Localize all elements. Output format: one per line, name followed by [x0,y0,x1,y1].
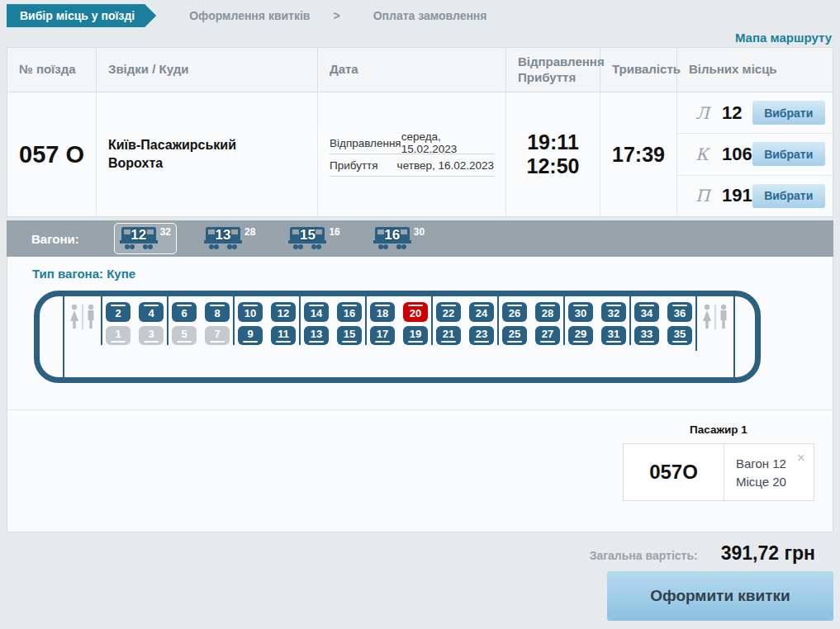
seat-classes: Л12ВибратиК106ВибратиП191Вибрати [677,92,835,216]
passenger-section: Пасажир 1 057О Вагон 12 Місце 20 × [7,410,833,532]
berth-mark [672,341,687,343]
seat-class-code: К [695,144,714,164]
seat-24[interactable]: 24 [469,302,494,322]
seat-13[interactable]: 13 [304,326,329,346]
seat-11[interactable]: 11 [271,326,296,346]
wagon-tab-12[interactable]: 1232 [114,223,177,254]
compartment: 14131615 [299,296,365,345]
vestibule-right [733,296,755,377]
select-button[interactable]: Вибрати [752,142,825,166]
berth-mark [111,305,126,306]
breadcrumb-step-payment[interactable]: Оплата замовлення [373,9,487,22]
date-cell: Відправлення середа, 15.02.2023 Прибуття… [318,92,506,216]
wagon-tab-15[interactable]: 1516 [282,223,345,254]
breadcrumb-step-checkout[interactable]: Оформлення квитків [189,9,310,22]
breadcrumb: Вибір місць у поїзді Оформлення квитків … [7,4,833,27]
seat-36[interactable]: 36 [667,302,692,322]
seat-19[interactable]: 19 [403,326,428,346]
seat-10[interactable]: 10 [238,302,263,322]
seat-12[interactable]: 12 [271,302,296,322]
compartment: 22212423 [431,296,497,345]
seat-22[interactable]: 22 [436,302,461,322]
wagon-tab-13[interactable]: 1328 [198,223,261,254]
seat-9[interactable]: 9 [238,326,263,346]
seat-33[interactable]: 33 [634,326,659,346]
berth-mark [606,305,621,306]
breadcrumb-step-seat-selection[interactable]: Вибір місць у поїзді [7,4,156,27]
seat-21[interactable]: 21 [436,326,461,346]
seat-1[interactable]: 1 [106,326,131,346]
seat-28[interactable]: 28 [535,302,560,322]
seatmap-section: Тип вагона: Купе 21436587109121114131615… [7,257,833,410]
berth-mark [276,305,291,306]
vestibule-left [40,296,64,377]
wagon-type-label: Тип вагона: Купе [32,267,814,281]
seat-2[interactable]: 2 [106,302,131,322]
seat-5[interactable]: 5 [172,326,197,346]
wagon-scheme: 2143658710912111413161518172019222124232… [34,291,761,383]
berth-mark [177,305,192,306]
station-to: Ворохта [108,156,317,171]
berth-mark [375,341,390,343]
seat-32[interactable]: 32 [601,302,626,322]
seat-14[interactable]: 14 [304,302,329,322]
seat-18[interactable]: 18 [370,302,395,322]
seat-23[interactable]: 23 [469,326,494,346]
seat-35[interactable]: 35 [667,326,692,346]
berth-mark [507,341,522,343]
berth-mark [177,341,192,343]
seat-class-count: 191 [722,185,752,206]
summary-row: Загальна вартість: 391,72 грн [0,542,815,565]
seat-30[interactable]: 30 [568,302,593,322]
seat-7[interactable]: 7 [205,326,230,346]
seat-34[interactable]: 34 [634,302,659,322]
close-icon[interactable]: × [797,451,805,465]
seat-17[interactable]: 17 [370,326,395,346]
select-button[interactable]: Вибрати [752,184,825,208]
compartment: 26252827 [497,296,563,345]
passenger-train-number: 057О [624,444,724,500]
select-button[interactable]: Вибрати [752,101,825,125]
table-header-row: № поїзда Звідки / Куди Дата Відправлення… [7,48,833,92]
seat-3[interactable]: 3 [139,326,164,346]
route-cell: Київ-Пасажирський Ворохта [97,92,318,216]
chevron-right-icon: > [333,9,339,22]
compartment: 1091211 [233,296,299,345]
seat-6[interactable]: 6 [172,302,197,322]
seat-31[interactable]: 31 [601,326,626,346]
berth-mark [540,305,555,306]
wc-icon [700,304,731,330]
wagon-tab-number: 15 [300,227,316,244]
wc-icon-right [697,296,733,377]
berth-mark [639,341,654,343]
berth-mark [210,305,225,306]
wagon-tab-16[interactable]: 1630 [368,223,430,254]
checkout-button[interactable]: Оформити квитки [607,571,833,621]
seat-26[interactable]: 26 [502,302,527,322]
arrival-time: 12:50 [527,154,580,178]
berth-mark [441,305,456,306]
seat-16[interactable]: 16 [337,302,362,322]
seat-29[interactable]: 29 [568,326,593,346]
seat-4[interactable]: 4 [139,302,164,322]
route-map-link[interactable]: Мапа маршруту [735,31,832,45]
departure-time: 19:11 [527,130,579,154]
berth-mark [474,341,489,343]
seat-8[interactable]: 8 [205,302,230,322]
total-label: Загальна вартість: [590,549,698,562]
berth-mark [672,305,687,306]
compartment: 18172019 [365,296,431,345]
header-train-no: № поїзда [7,48,97,92]
wagons-label: Вагони: [31,232,79,246]
seat-25[interactable]: 25 [502,326,527,346]
departure-date: середа, 15.02.2023 [401,130,494,155]
seat-20[interactable]: 20 [403,302,428,322]
berth-mark [243,305,258,306]
wagon-free-count: 30 [414,226,425,238]
header-duration: Тривалість [600,48,677,92]
seat-15[interactable]: 15 [337,326,362,346]
seat-27[interactable]: 27 [535,326,560,346]
wc-icon-left [64,296,101,377]
seat-class-count: 106 [722,144,752,165]
wagon-tab-number: 12 [131,227,146,244]
